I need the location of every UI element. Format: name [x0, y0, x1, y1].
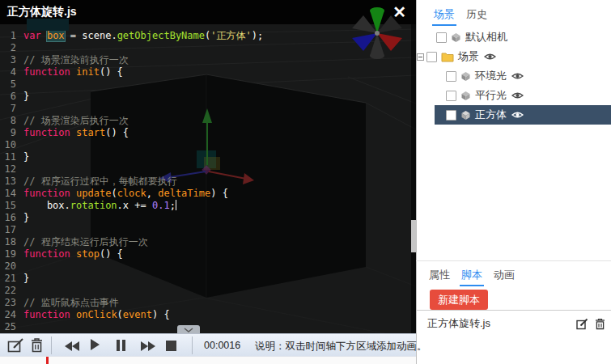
fast-forward-button[interactable] [141, 340, 155, 354]
timeline-playhead[interactable] [46, 357, 49, 364]
panel-splitter[interactable] [416, 260, 611, 261]
nav-gizmo-center[interactable] [375, 31, 380, 36]
code-token: () { [100, 248, 123, 260]
play-button[interactable] [91, 339, 100, 353]
code-token: // 程序结束运行后执行一次 [23, 236, 148, 248]
line-number: 16 [0, 212, 23, 224]
code-token: .x += [117, 200, 152, 211]
stop-button[interactable] [166, 340, 176, 354]
edit-icon [7, 337, 25, 353]
code-line: 9function start() { [0, 127, 405, 139]
tab-scripts[interactable]: 脚本 [460, 265, 484, 286]
tree-checkbox[interactable] [446, 110, 456, 121]
tree-checkbox[interactable] [436, 32, 447, 43]
code-token: ) { [152, 309, 170, 320]
timeline-strip[interactable] [0, 356, 416, 364]
visibility-toggle[interactable] [511, 91, 524, 99]
stop-icon [166, 341, 176, 351]
line-number: 6 [0, 91, 23, 103]
script-name: 正方体旋转.js [427, 316, 570, 331]
line-number: 23 [0, 297, 23, 309]
fast-forward-icon [141, 341, 148, 351]
tree-checkbox[interactable] [446, 91, 456, 101]
tab-history[interactable]: 历史 [465, 5, 489, 26]
toolbar-separator [192, 336, 193, 354]
code-token: onClick [76, 309, 117, 320]
delete-keyframe-button[interactable] [30, 337, 44, 357]
code-token: () { [100, 66, 123, 78]
code-line: 25 [0, 321, 405, 333]
line-number: 13 [0, 176, 23, 188]
visibility-toggle[interactable] [511, 72, 524, 80]
tab-scene[interactable]: 场景 [432, 5, 456, 26]
close-icon[interactable]: ✕ [392, 2, 406, 23]
folder-icon [441, 52, 454, 62]
animation-toolbar: 00:0016 说明：双击时间轴下方区域添加动画。 [0, 333, 416, 356]
code-token: ( [117, 309, 123, 320]
tree-checkbox[interactable] [426, 52, 437, 62]
code-token: box. [23, 200, 70, 211]
code-token: init [76, 66, 100, 78]
tree-row[interactable]: 环境光 [417, 66, 611, 86]
code-token: } [23, 273, 29, 284]
code-line: 7 [0, 103, 405, 115]
scene-tree: 默认相机场景环境光平行光正方体 [417, 28, 611, 125]
object-icon [460, 91, 471, 101]
tree-row[interactable]: 默认相机 [417, 28, 611, 47]
code-token: var [23, 30, 41, 41]
line-number: 7 [0, 103, 23, 115]
tree-row[interactable]: 场景 [417, 47, 611, 66]
code-token: rotation [70, 200, 117, 211]
code-token: function [23, 309, 70, 320]
code-editor[interactable]: 1var box = scene.getObjectByName('正方体');… [0, 30, 405, 333]
script-delete-button[interactable] [595, 318, 605, 330]
new-script-button[interactable]: 新建脚本 [430, 290, 488, 310]
tree-row[interactable]: 正方体 [435, 105, 611, 125]
edit-keyframe-button[interactable] [7, 337, 25, 357]
tree-expander-icon[interactable] [417, 53, 424, 61]
code-token: box [47, 30, 65, 41]
visibility-toggle[interactable] [484, 53, 496, 61]
pause-button[interactable] [117, 340, 128, 354]
editor-scrollbar[interactable] [411, 24, 416, 333]
timecode: 00:0016 [204, 340, 240, 351]
pause-icon [117, 340, 120, 351]
trash-icon [595, 318, 605, 330]
code-token [70, 248, 76, 260]
visibility-toggle[interactable] [511, 111, 524, 119]
line-number: 15 [0, 200, 23, 212]
line-number: 25 [0, 321, 23, 333]
script-list-item[interactable]: 正方体旋转.js [417, 311, 611, 335]
code-token: // 场景渲染后执行一次 [23, 115, 129, 126]
rewind-button[interactable] [65, 340, 79, 354]
rewind-icon [72, 341, 79, 351]
code-token [70, 188, 76, 199]
text-caret [176, 200, 176, 210]
tab-properties[interactable]: 属性 [427, 265, 452, 286]
code-line: 15 box.rotation.x += 0.1; [0, 200, 405, 212]
tree-checkbox[interactable] [446, 71, 456, 82]
editor-scrollbar-thumb[interactable] [411, 220, 416, 252]
line-number: 9 [0, 127, 23, 139]
code-token: start [76, 127, 105, 138]
rewind-icon [65, 341, 72, 351]
viewport-3d[interactable]: 1var box = scene.getObjectByName('正方体');… [0, 0, 416, 356]
script-edit-button[interactable] [576, 318, 588, 330]
code-line: 21} [0, 273, 405, 285]
tree-label: 正方体 [475, 108, 507, 122]
tree-row[interactable]: 平行光 [417, 86, 611, 105]
eye-icon [511, 111, 524, 119]
code-token: function [23, 248, 70, 260]
code-token: // 场景渲染前执行一次 [23, 54, 129, 66]
code-token: } [23, 151, 29, 163]
edit-icon [576, 318, 588, 330]
line-number: 10 [0, 139, 23, 151]
object-icon [460, 71, 471, 82]
tab-animation[interactable]: 动画 [492, 265, 516, 286]
scene-history-tabs: 场景 历史 [432, 5, 497, 26]
line-number: 1 [0, 30, 23, 42]
code-line: 17 [0, 224, 405, 236]
code-token [70, 66, 76, 78]
code-token: update [76, 188, 111, 199]
code-line: 10 [0, 139, 405, 151]
